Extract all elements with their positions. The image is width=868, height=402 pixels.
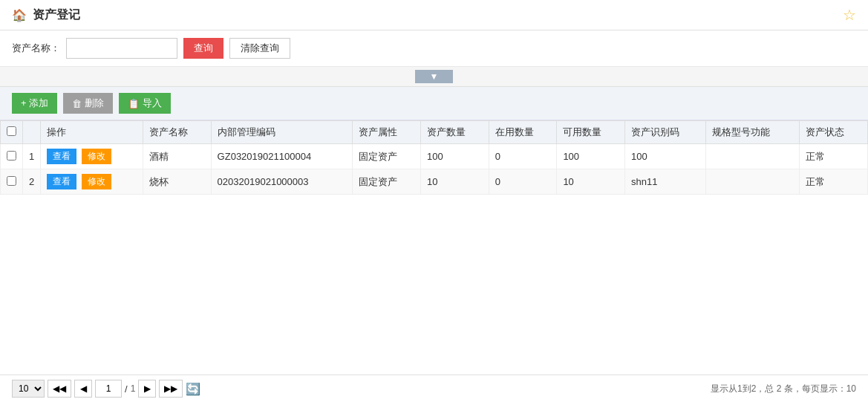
col-header-ops: 操作 (41, 121, 143, 144)
row-num: 1 (23, 144, 41, 169)
table-row: 1 查看 修改 酒精 GZ032019021100004 固定资产 100 0 … (1, 144, 868, 169)
home-icon: 🏠 (12, 8, 27, 22)
page-header: 🏠 资产登记 ☆ (0, 0, 868, 30)
row-idcode: shn11 (625, 169, 706, 195)
col-header-available: 可用数量 (557, 121, 625, 144)
row-spec (706, 169, 800, 195)
row-available: 10 (557, 169, 625, 195)
delete-label: 删除 (85, 97, 104, 110)
query-button[interactable]: 查询 (183, 38, 223, 59)
col-header-check (1, 121, 23, 144)
view-button[interactable]: 查看 (47, 174, 76, 189)
import-icon: 📋 (128, 98, 140, 109)
row-checkbox[interactable] (7, 176, 16, 186)
toolbar: + 添加 🗑 删除 📋 导入 (0, 87, 868, 120)
edit-button[interactable]: 修改 (82, 149, 111, 164)
asset-table: 操作 资产名称 内部管理编码 资产属性 资产数量 在用数量 可用数量 资产识别码… (0, 120, 868, 195)
row-code: GZ032019021100004 (211, 144, 353, 169)
row-check-cell (1, 144, 23, 169)
row-property: 固定资产 (353, 144, 421, 169)
col-header-idcode: 资产识别码 (625, 121, 706, 144)
col-header-property: 资产属性 (353, 121, 421, 144)
row-idcode: 100 (625, 144, 706, 169)
row-total: 10 (421, 169, 489, 195)
view-button[interactable]: 查看 (47, 149, 76, 164)
row-ops: 查看 修改 (41, 144, 143, 169)
select-all-checkbox[interactable] (7, 126, 16, 136)
table-row: 2 查看 修改 烧杯 02032019021000003 固定资产 10 0 1… (1, 169, 868, 195)
page-title: 资产登记 (33, 7, 80, 23)
table-wrapper: 操作 资产名称 内部管理编码 资产属性 资产数量 在用数量 可用数量 资产识别码… (0, 120, 868, 195)
table-header-row: 操作 资产名称 内部管理编码 资产属性 资产数量 在用数量 可用数量 资产识别码… (1, 121, 868, 144)
star-icon[interactable]: ☆ (843, 6, 856, 24)
trash-icon: 🗑 (72, 98, 82, 109)
edit-button[interactable]: 修改 (82, 174, 111, 189)
import-label: 导入 (143, 97, 162, 110)
row-inuse: 0 (489, 144, 557, 169)
search-input[interactable] (66, 38, 177, 59)
row-status: 正常 (800, 144, 868, 169)
filter-bar: ▼ (0, 67, 868, 87)
row-check-cell (1, 169, 23, 195)
row-name: 酒精 (143, 144, 211, 169)
search-label: 资产名称： (12, 42, 60, 55)
col-header-num (23, 121, 41, 144)
row-checkbox[interactable] (7, 151, 16, 161)
col-header-status: 资产状态 (800, 121, 868, 144)
search-bar: 资产名称： 查询 清除查询 (0, 30, 868, 67)
delete-button[interactable]: 🗑 删除 (63, 93, 113, 114)
title-area: 🏠 资产登记 (12, 7, 80, 23)
add-button[interactable]: + 添加 (12, 93, 57, 114)
col-header-code: 内部管理编码 (211, 121, 353, 144)
row-inuse: 0 (489, 169, 557, 195)
import-button[interactable]: 📋 导入 (119, 93, 171, 114)
clear-query-button[interactable]: 清除查询 (229, 38, 290, 59)
col-header-spec: 规格型号功能 (706, 121, 800, 144)
col-header-inuse: 在用数量 (489, 121, 557, 144)
row-spec (706, 144, 800, 169)
row-status: 正常 (800, 169, 868, 195)
row-num: 2 (23, 169, 41, 195)
col-header-total: 资产数量 (421, 121, 489, 144)
row-name: 烧杯 (143, 169, 211, 195)
col-header-name: 资产名称 (143, 121, 211, 144)
row-ops: 查看 修改 (41, 169, 143, 195)
row-code: 02032019021000003 (211, 169, 353, 195)
row-available: 100 (557, 144, 625, 169)
row-total: 100 (421, 144, 489, 169)
row-property: 固定资产 (353, 169, 421, 195)
filter-toggle-button[interactable]: ▼ (415, 70, 454, 83)
